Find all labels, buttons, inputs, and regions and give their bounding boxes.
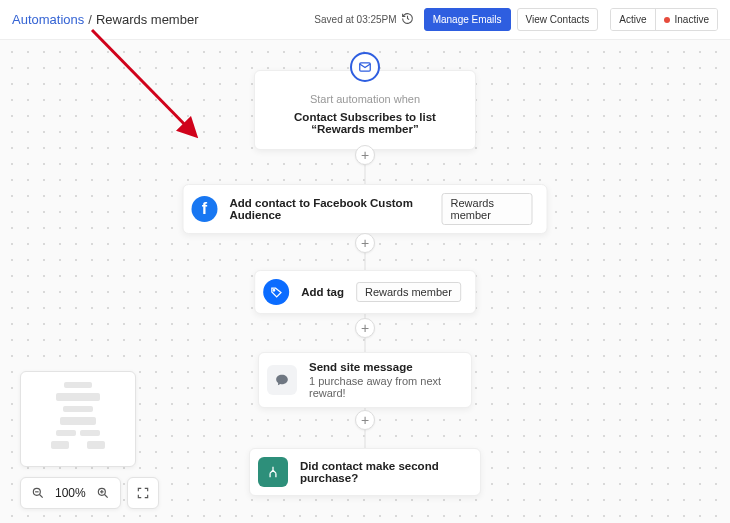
- facebook-audience-chip: Rewards member: [442, 193, 533, 225]
- trigger-subtitle: Start automation when: [310, 93, 420, 105]
- status-active-button[interactable]: Active: [611, 9, 654, 30]
- zoom-out-button[interactable]: [29, 484, 47, 502]
- facebook-label: Add contact to Facebook Custom Audience: [230, 197, 430, 221]
- inactive-dot-icon: [664, 17, 670, 23]
- top-header: Automations / Rewards member Saved at 03…: [0, 0, 730, 40]
- breadcrumb: Automations / Rewards member: [12, 12, 198, 27]
- tag-chip: Rewards member: [356, 282, 461, 302]
- zoom-group: 100%: [20, 477, 121, 509]
- site-message-text: Send site message 1 purchase away from n…: [309, 361, 457, 399]
- svg-point-1: [273, 289, 275, 291]
- trigger-card[interactable]: Start automation when Contact Subscribes…: [254, 70, 476, 150]
- fullscreen-button[interactable]: [127, 477, 159, 509]
- status-toggle: Active Inactive: [610, 8, 718, 31]
- status-inactive-button[interactable]: Inactive: [655, 9, 717, 30]
- breadcrumb-current: Rewards member: [96, 12, 199, 27]
- condition-label: Did contact make second purchase?: [300, 460, 466, 484]
- add-tag-label: Add tag: [301, 286, 344, 298]
- trigger-title: Contact Subscribes to list “Rewards memb…: [273, 111, 457, 135]
- site-message-card[interactable]: Send site message 1 purchase away from n…: [258, 352, 472, 408]
- header-right: Saved at 03:25PM Manage Emails View Cont…: [314, 8, 718, 31]
- automation-canvas[interactable]: Start automation when Contact Subscribes…: [0, 40, 730, 523]
- manage-emails-button[interactable]: Manage Emails: [424, 8, 511, 31]
- site-message-sub: 1 purchase away from next reward!: [309, 375, 457, 399]
- saved-status: Saved at 03:25PM: [314, 12, 413, 27]
- tag-icon: [263, 279, 289, 305]
- zoom-in-button[interactable]: [94, 484, 112, 502]
- message-icon: [267, 365, 297, 395]
- condition-card[interactable]: Did contact make second purchase?: [249, 448, 481, 496]
- site-message-label: Send site message: [309, 361, 457, 373]
- breadcrumb-separator: /: [88, 12, 92, 27]
- svg-line-8: [104, 495, 107, 498]
- condition-icon: [258, 457, 288, 487]
- breadcrumb-automations-link[interactable]: Automations: [12, 12, 84, 27]
- view-contacts-button[interactable]: View Contacts: [517, 8, 599, 31]
- status-inactive-label: Inactive: [675, 14, 709, 25]
- facebook-icon: f: [192, 196, 218, 222]
- add-step-button[interactable]: +: [355, 410, 375, 430]
- add-step-button[interactable]: +: [355, 233, 375, 253]
- history-icon[interactable]: [401, 12, 414, 27]
- zoom-value: 100%: [55, 486, 86, 500]
- saved-label: Saved at 03:25PM: [314, 14, 396, 25]
- trigger-email-icon[interactable]: [350, 52, 380, 82]
- facebook-audience-card[interactable]: f Add contact to Facebook Custom Audienc…: [183, 184, 548, 234]
- add-step-button[interactable]: +: [355, 145, 375, 165]
- add-step-button[interactable]: +: [355, 318, 375, 338]
- minimap[interactable]: [20, 371, 136, 467]
- svg-line-5: [40, 495, 43, 498]
- zoom-controls: 100%: [20, 477, 159, 509]
- add-tag-card[interactable]: Add tag Rewards member: [254, 270, 476, 314]
